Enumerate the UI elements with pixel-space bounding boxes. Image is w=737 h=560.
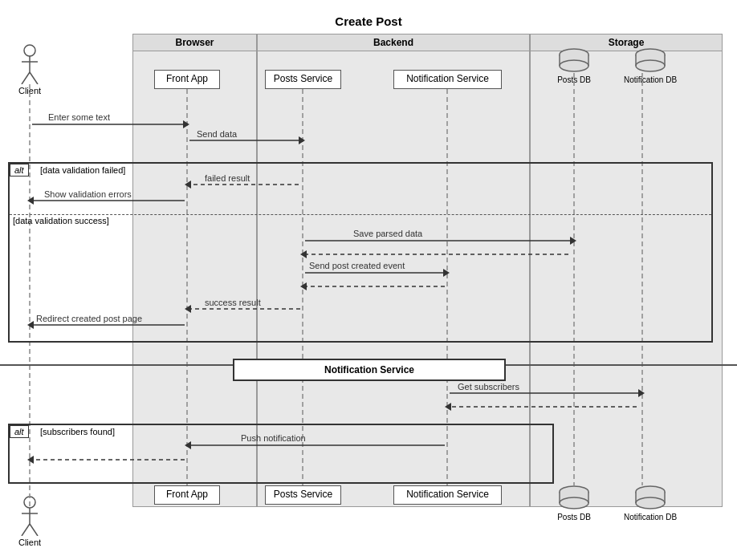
- svg-point-17: [636, 497, 665, 509]
- front-app-bottom: Front App: [154, 485, 220, 505]
- alt-frame-validation: alt [data validation failed] [data valid…: [8, 162, 713, 343]
- svg-line-23: [22, 72, 30, 84]
- svg-point-20: [24, 45, 35, 56]
- svg-line-29: [30, 524, 38, 536]
- client-actor-top: Client: [18, 44, 42, 95]
- svg-text:Enter some text: Enter some text: [48, 112, 110, 122]
- notification-service-top: Notification Service: [393, 70, 502, 89]
- posts-service-top: Posts Service: [265, 70, 341, 89]
- svg-point-25: [24, 497, 35, 508]
- notification-db-bottom: Notification DB: [618, 485, 682, 521]
- alt-frame-subscribers: alt [subscribers found]: [8, 424, 554, 484]
- alt-condition-success: [data validation success]: [13, 216, 109, 225]
- swimlane-backend-label: Backend: [258, 34, 529, 51]
- notification-service-bottom: Notification Service: [393, 485, 502, 505]
- svg-point-7: [636, 60, 665, 71]
- notification-db-top: Notification DB: [618, 48, 682, 84]
- svg-point-2: [560, 60, 588, 71]
- posts-db-bottom: Posts DB: [550, 485, 598, 521]
- diagram-title: Create Post: [0, 14, 737, 28]
- alt-label-1: alt: [10, 164, 29, 177]
- client-actor-bottom: Client: [18, 496, 42, 547]
- svg-line-28: [22, 524, 30, 536]
- alt-label-2: alt: [10, 425, 29, 438]
- swimlane-browser-label: Browser: [133, 34, 256, 51]
- alt-condition-1: [data validation failed]: [40, 165, 125, 175]
- alt-divider-1: [10, 214, 711, 215]
- ref-notification-service: Notification Service: [233, 359, 506, 381]
- svg-point-12: [560, 497, 588, 509]
- svg-line-24: [30, 72, 38, 84]
- posts-db-top: Posts DB: [550, 48, 598, 84]
- diagram: Create Post Browser Backend Storage Fron…: [0, 0, 737, 560]
- alt-condition-2: [subscribers found]: [40, 427, 115, 436]
- front-app-top: Front App: [154, 70, 220, 89]
- posts-service-bottom: Posts Service: [265, 485, 341, 505]
